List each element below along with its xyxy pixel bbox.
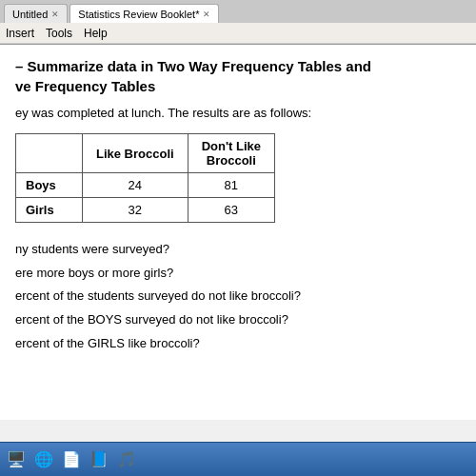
table-boys-dontlike: 81: [188, 173, 274, 198]
table-col-like: Like Broccoli: [83, 134, 188, 173]
question-3-text: ercent of the students surveyed do not l…: [15, 285, 301, 308]
tab-untitled-label: Untitled: [12, 9, 48, 20]
tab-untitled[interactable]: Untitled ✕: [4, 4, 68, 23]
tab-untitled-close[interactable]: ✕: [51, 10, 59, 19]
taskbar-start[interactable]: 🖥️: [4, 447, 29, 472]
table-girls-dontlike: 63: [188, 198, 274, 223]
menu-tools[interactable]: Tools: [46, 27, 72, 40]
question-5: ercent of the GIRLS like broccoli?: [15, 332, 461, 356]
frequency-table: Like Broccoli Don't LikeBroccoli Boys 24…: [15, 133, 275, 223]
intro-text: ey was completed at lunch. The results a…: [15, 106, 461, 120]
browser-chrome: Untitled ✕ Statistics Review Booklet* ✕ …: [0, 0, 476, 45]
title-line1: – Summarize data in Two Way Frequency Ta…: [15, 58, 371, 74]
taskbar: 🖥️ 🌐 📄 📘 🎵: [0, 442, 476, 476]
table-label-boys: Boys: [16, 173, 83, 198]
question-2: ere more boys or more girls?: [15, 262, 461, 286]
tab-statistics-label: Statistics Review Booklet*: [78, 9, 199, 20]
table-row-girls: Girls 32 63: [16, 198, 275, 223]
main-content: – Summarize data in Two Way Frequency Ta…: [0, 45, 476, 420]
table-col-dontlike: Don't LikeBroccoli: [188, 134, 274, 173]
menu-bar: Insert Tools Help: [0, 23, 476, 44]
question-4-text: ercent of the BOYS surveyed do not like …: [15, 308, 288, 332]
taskbar-media[interactable]: 🎵: [114, 447, 139, 472]
table-header-empty: [16, 134, 83, 173]
question-3: ercent of the students surveyed do not l…: [15, 285, 461, 308]
question-2-text: ere more boys or more girls?: [15, 262, 173, 286]
taskbar-browser[interactable]: 🌐: [31, 447, 56, 472]
question-1-text: ny students were surveyed?: [15, 238, 169, 262]
tab-statistics[interactable]: Statistics Review Booklet* ✕: [69, 4, 219, 23]
menu-help[interactable]: Help: [84, 27, 108, 40]
question-5-text: ercent of the GIRLS like broccoli?: [15, 332, 200, 356]
tab-statistics-close[interactable]: ✕: [203, 10, 210, 19]
table-boys-like: 24: [83, 173, 188, 198]
taskbar-word[interactable]: 📘: [87, 447, 111, 472]
title-line2: ve Frequency Tables: [15, 78, 155, 94]
question-4: ercent of the BOYS surveyed do not like …: [15, 308, 461, 332]
table-girls-like: 32: [83, 198, 188, 223]
menu-insert[interactable]: Insert: [6, 27, 34, 40]
tab-bar: Untitled ✕ Statistics Review Booklet* ✕: [0, 0, 476, 23]
table-row-boys: Boys 24 81: [16, 173, 275, 198]
question-1: ny students were surveyed?: [15, 238, 461, 262]
questions-section: ny students were surveyed? ere more boys…: [15, 238, 461, 355]
page-title: – Summarize data in Two Way Frequency Ta…: [15, 56, 461, 96]
taskbar-explorer[interactable]: 📄: [59, 447, 84, 472]
table-label-girls: Girls: [16, 198, 83, 223]
